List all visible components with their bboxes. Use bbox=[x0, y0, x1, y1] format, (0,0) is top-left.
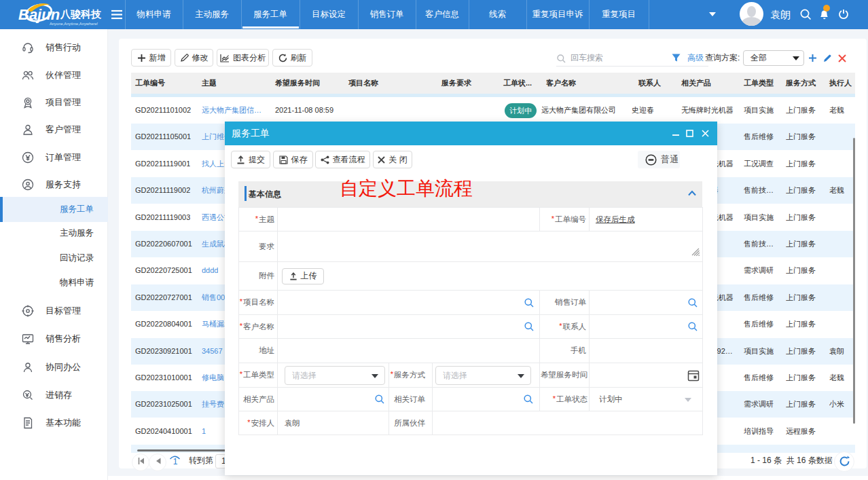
svg-text:Bajun: Bajun bbox=[18, 6, 60, 23]
svg-text:Anyone,Anytime,Anywhere!: Anyone,Anytime,Anywhere! bbox=[50, 22, 98, 26]
svg-text:八骏科技: 八骏科技 bbox=[60, 8, 102, 20]
